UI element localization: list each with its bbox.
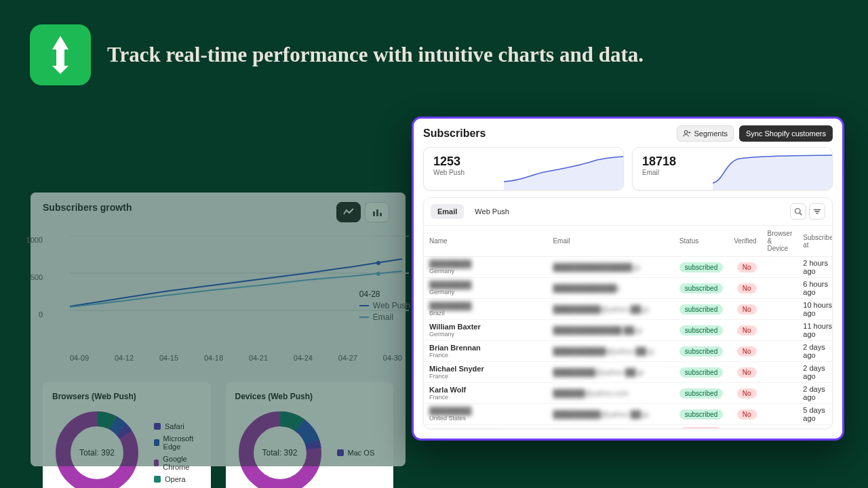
subscriber-country: Brazil — [429, 310, 542, 317]
subscriber-country: France — [429, 373, 542, 380]
app-logo — [30, 24, 91, 85]
subscriber-email: █████████████.██.jp — [553, 326, 642, 334]
svg-line-20 — [800, 213, 802, 215]
table-row[interactable]: William BaxterGermany█████████████.██.jp… — [424, 320, 833, 341]
status-cell: subscribed — [674, 404, 728, 425]
subscriber-name: Karla Wolf — [429, 386, 542, 394]
status-cell: not subscribed — [674, 425, 728, 430]
sparkline-icon — [713, 148, 832, 190]
toggle-bar[interactable] — [365, 202, 389, 222]
subscriber-name: ████████ — [429, 407, 471, 415]
subscribed-at: 6 hours ago — [797, 278, 833, 299]
svg-rect-2 — [380, 213, 382, 216]
search-icon — [794, 207, 802, 216]
status-cell: subscribed — [674, 341, 728, 362]
subscriber-country: Germany — [429, 268, 542, 274]
table-row[interactable]: █████████████@gmail.com██████████████@gm… — [424, 425, 833, 430]
subscriber-email: ██████████@yahoo.██.jp — [553, 347, 654, 355]
subscribers-table: Name Email Status Verified Browser & Dev… — [424, 226, 833, 429]
growth-x-axis: 04-0904-1204-1504-18 04-2104-2404-2704-3… — [70, 354, 402, 362]
segments-button[interactable]: Segments — [677, 125, 734, 142]
verified-cell: No — [728, 341, 762, 362]
subscriber-country: France — [429, 394, 542, 401]
table-row[interactable]: ████████Germany███████████████.jpsubscri… — [424, 257, 833, 278]
subscriber-email: █████████@yahoo.██.jp — [553, 410, 649, 418]
card-email[interactable]: 18718 Email — [632, 147, 833, 190]
table-row[interactable]: ████████Germany████████████nsubscribedNo… — [424, 278, 833, 299]
subscriber-country: Germany — [429, 331, 542, 338]
status-cell: subscribed — [674, 362, 728, 383]
browsers-card: Browsers (Web Push) Total: 392 Safari Mi… — [43, 382, 211, 488]
subscribed-at: 2 days ago — [797, 341, 833, 362]
svg-point-6 — [376, 261, 380, 265]
status-cell: subscribed — [674, 299, 728, 320]
devices-donut: Total: 392 — [235, 408, 325, 488]
subscribed-at: 11 hours ago — [797, 320, 833, 341]
toggle-line[interactable] — [336, 202, 361, 222]
status-cell: subscribed — [674, 383, 728, 404]
subscriber-name: ████████ — [429, 302, 471, 310]
subscriber-email: ████████████n — [553, 284, 620, 292]
subscribed-at: 2 hours ago — [797, 257, 833, 278]
filter-icon — [813, 208, 821, 215]
users-icon — [683, 129, 691, 138]
growth-panel: Subscribers growth 1000 500 0 04-28 Web … — [31, 192, 406, 466]
verified-cell: Yes — [728, 425, 762, 430]
status-cell: subscribed — [674, 257, 728, 278]
subscriber-name: ████████ — [429, 260, 471, 268]
tab-web-push[interactable]: Web Push — [468, 204, 516, 219]
card-web-push[interactable]: 1253 Web Push — [423, 147, 624, 190]
subscriber-email: ████████@yahoo.██.jp — [553, 368, 644, 376]
subscribed-at: 2 days ago — [797, 383, 833, 404]
svg-rect-1 — [376, 209, 378, 216]
tab-email[interactable]: Email — [431, 204, 464, 219]
subscriber-country: Germany — [429, 289, 542, 296]
subscriber-name: ████████ — [429, 281, 471, 289]
table-row[interactable]: ████████United States█████████@yahoo.██.… — [424, 404, 833, 425]
subscriber-email: ██████@yahoo.com — [553, 389, 629, 397]
svg-rect-0 — [373, 211, 375, 216]
svg-point-16 — [685, 131, 688, 134]
subscribers-title: Subscribers — [423, 127, 486, 140]
table-row[interactable]: Michael SnyderFrance████████@yahoo.██.jp… — [424, 362, 833, 383]
verified-cell: No — [728, 404, 762, 425]
sparkline-icon — [504, 148, 623, 190]
table-row[interactable]: Brian BrennanFrance██████████@yahoo.██.j… — [424, 341, 833, 362]
headline: Track real-time performance with intuiti… — [107, 43, 644, 67]
verified-cell: No — [728, 257, 762, 278]
sync-customers-button[interactable]: Sync Shopify customers — [739, 125, 833, 142]
status-cell: subscribed — [674, 278, 728, 299]
subscribed-at: 5 days ago — [797, 404, 833, 425]
subscriber-country: France — [429, 352, 542, 359]
subscribed-at: 5 days ago — [797, 425, 833, 430]
verified-cell: No — [728, 383, 762, 404]
verified-cell: No — [728, 299, 762, 320]
svg-point-7 — [376, 272, 380, 276]
subscribed-at: 10 hours ago — [797, 299, 833, 320]
search-button[interactable] — [790, 203, 806, 220]
subscribers-panel: Subscribers Segments Sync Shopify custom… — [412, 117, 844, 441]
status-cell: subscribed — [674, 320, 728, 341]
subscriber-name: William Baxter — [429, 323, 542, 331]
subscriber-email: █████████@yahoo.██.jp — [553, 305, 649, 313]
filter-button[interactable] — [809, 203, 825, 220]
table-row[interactable]: ████████Brazil█████████@yahoo.██.jpsubsc… — [424, 299, 833, 320]
verified-cell: No — [728, 320, 762, 341]
subscribed-at: 2 days ago — [797, 362, 833, 383]
subscriber-email: ███████████████.jp — [553, 263, 640, 271]
subscriber-name: Michael Snyder — [429, 365, 542, 373]
browsers-donut: Total: 392 — [52, 408, 142, 488]
devices-card: Devices (Web Push) Total: 392 Mac OS — [226, 382, 394, 488]
subscriber-country: United States — [429, 415, 542, 422]
svg-point-19 — [795, 209, 801, 214]
chart-type-toggle — [336, 202, 389, 222]
table-row[interactable]: Karla WolfFrance██████@yahoo.comsubscrib… — [424, 383, 833, 404]
verified-cell: No — [728, 362, 762, 383]
verified-cell: No — [728, 278, 762, 299]
subscriber-name: Brian Brennan — [429, 344, 542, 352]
growth-chart: 1000 500 0 04-28 Web Push Email — [43, 236, 393, 351]
